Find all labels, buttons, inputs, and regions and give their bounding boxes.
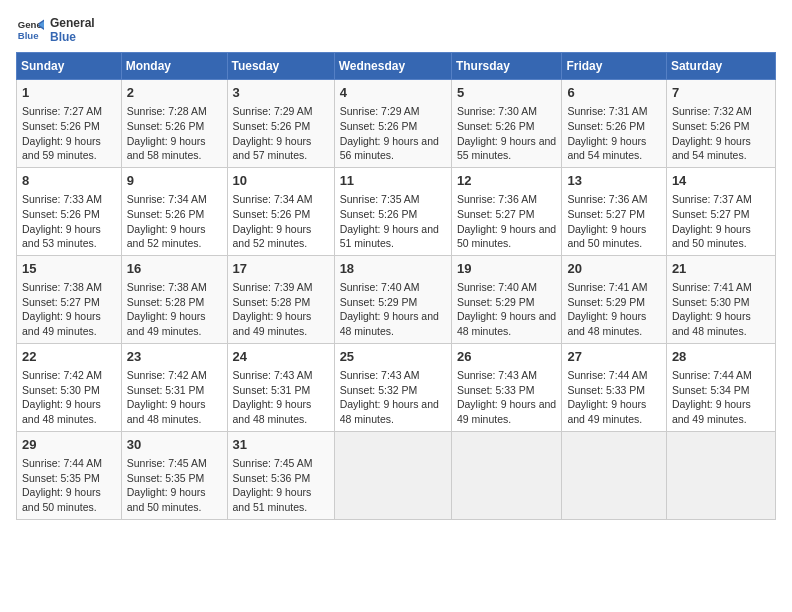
sunrise-text: Sunrise: 7:29 AM — [340, 105, 420, 117]
daylight-text: Daylight: 9 hours and 50 minutes. — [672, 223, 751, 250]
calendar-cell: 8Sunrise: 7:33 AMSunset: 5:26 PMDaylight… — [17, 167, 122, 255]
calendar-body: 1Sunrise: 7:27 AMSunset: 5:26 PMDaylight… — [17, 80, 776, 520]
sunrise-text: Sunrise: 7:27 AM — [22, 105, 102, 117]
day-number: 23 — [127, 348, 222, 366]
sunset-text: Sunset: 5:29 PM — [340, 296, 418, 308]
sunrise-text: Sunrise: 7:38 AM — [22, 281, 102, 293]
calendar-cell: 13Sunrise: 7:36 AMSunset: 5:27 PMDayligh… — [562, 167, 666, 255]
calendar-cell: 17Sunrise: 7:39 AMSunset: 5:28 PMDayligh… — [227, 255, 334, 343]
sunset-text: Sunset: 5:33 PM — [457, 384, 535, 396]
sunset-text: Sunset: 5:26 PM — [340, 208, 418, 220]
daylight-text: Daylight: 9 hours and 58 minutes. — [127, 135, 206, 162]
sunset-text: Sunset: 5:32 PM — [340, 384, 418, 396]
sunrise-text: Sunrise: 7:37 AM — [672, 193, 752, 205]
calendar-cell: 18Sunrise: 7:40 AMSunset: 5:29 PMDayligh… — [334, 255, 451, 343]
sunrise-text: Sunrise: 7:29 AM — [233, 105, 313, 117]
calendar-cell — [562, 431, 666, 519]
day-number: 5 — [457, 84, 557, 102]
day-number: 27 — [567, 348, 660, 366]
calendar-cell: 21Sunrise: 7:41 AMSunset: 5:30 PMDayligh… — [666, 255, 775, 343]
calendar-row: 29Sunrise: 7:44 AMSunset: 5:35 PMDayligh… — [17, 431, 776, 519]
day-number: 21 — [672, 260, 770, 278]
sunrise-text: Sunrise: 7:28 AM — [127, 105, 207, 117]
sunset-text: Sunset: 5:28 PM — [233, 296, 311, 308]
daylight-text: Daylight: 9 hours and 50 minutes. — [567, 223, 646, 250]
calendar-cell: 22Sunrise: 7:42 AMSunset: 5:30 PMDayligh… — [17, 343, 122, 431]
calendar-table: SundayMondayTuesdayWednesdayThursdayFrid… — [16, 52, 776, 520]
sunrise-text: Sunrise: 7:43 AM — [340, 369, 420, 381]
daylight-text: Daylight: 9 hours and 48 minutes. — [340, 398, 439, 425]
header-row: SundayMondayTuesdayWednesdayThursdayFrid… — [17, 53, 776, 80]
calendar-cell: 23Sunrise: 7:42 AMSunset: 5:31 PMDayligh… — [121, 343, 227, 431]
calendar-cell: 4Sunrise: 7:29 AMSunset: 5:26 PMDaylight… — [334, 80, 451, 168]
sunset-text: Sunset: 5:26 PM — [672, 120, 750, 132]
daylight-text: Daylight: 9 hours and 48 minutes. — [672, 310, 751, 337]
daylight-text: Daylight: 9 hours and 54 minutes. — [672, 135, 751, 162]
daylight-text: Daylight: 9 hours and 50 minutes. — [127, 486, 206, 513]
day-number: 4 — [340, 84, 446, 102]
calendar-cell: 20Sunrise: 7:41 AMSunset: 5:29 PMDayligh… — [562, 255, 666, 343]
sunrise-text: Sunrise: 7:44 AM — [672, 369, 752, 381]
sunset-text: Sunset: 5:27 PM — [457, 208, 535, 220]
sunrise-text: Sunrise: 7:43 AM — [457, 369, 537, 381]
daylight-text: Daylight: 9 hours and 49 minutes. — [22, 310, 101, 337]
day-number: 9 — [127, 172, 222, 190]
header-cell-monday: Monday — [121, 53, 227, 80]
sunrise-text: Sunrise: 7:31 AM — [567, 105, 647, 117]
calendar-cell — [334, 431, 451, 519]
sunrise-text: Sunrise: 7:44 AM — [567, 369, 647, 381]
sunset-text: Sunset: 5:31 PM — [233, 384, 311, 396]
daylight-text: Daylight: 9 hours and 50 minutes. — [22, 486, 101, 513]
calendar-header: SundayMondayTuesdayWednesdayThursdayFrid… — [17, 53, 776, 80]
sunset-text: Sunset: 5:28 PM — [127, 296, 205, 308]
daylight-text: Daylight: 9 hours and 54 minutes. — [567, 135, 646, 162]
calendar-cell: 29Sunrise: 7:44 AMSunset: 5:35 PMDayligh… — [17, 431, 122, 519]
day-number: 22 — [22, 348, 116, 366]
sunset-text: Sunset: 5:30 PM — [22, 384, 100, 396]
sunset-text: Sunset: 5:26 PM — [340, 120, 418, 132]
calendar-cell: 14Sunrise: 7:37 AMSunset: 5:27 PMDayligh… — [666, 167, 775, 255]
daylight-text: Daylight: 9 hours and 48 minutes. — [457, 310, 556, 337]
daylight-text: Daylight: 9 hours and 49 minutes. — [127, 310, 206, 337]
calendar-row: 15Sunrise: 7:38 AMSunset: 5:27 PMDayligh… — [17, 255, 776, 343]
day-number: 28 — [672, 348, 770, 366]
sunset-text: Sunset: 5:27 PM — [672, 208, 750, 220]
sunset-text: Sunset: 5:26 PM — [457, 120, 535, 132]
calendar-row: 22Sunrise: 7:42 AMSunset: 5:30 PMDayligh… — [17, 343, 776, 431]
calendar-cell: 3Sunrise: 7:29 AMSunset: 5:26 PMDaylight… — [227, 80, 334, 168]
daylight-text: Daylight: 9 hours and 48 minutes. — [567, 310, 646, 337]
day-number: 8 — [22, 172, 116, 190]
sunrise-text: Sunrise: 7:44 AM — [22, 457, 102, 469]
svg-text:Blue: Blue — [18, 30, 39, 41]
sunset-text: Sunset: 5:26 PM — [233, 120, 311, 132]
header-cell-tuesday: Tuesday — [227, 53, 334, 80]
calendar-cell — [451, 431, 562, 519]
sunrise-text: Sunrise: 7:36 AM — [457, 193, 537, 205]
day-number: 11 — [340, 172, 446, 190]
header-cell-wednesday: Wednesday — [334, 53, 451, 80]
sunrise-text: Sunrise: 7:43 AM — [233, 369, 313, 381]
calendar-cell: 19Sunrise: 7:40 AMSunset: 5:29 PMDayligh… — [451, 255, 562, 343]
daylight-text: Daylight: 9 hours and 51 minutes. — [340, 223, 439, 250]
sunrise-text: Sunrise: 7:41 AM — [672, 281, 752, 293]
calendar-cell: 12Sunrise: 7:36 AMSunset: 5:27 PMDayligh… — [451, 167, 562, 255]
header-cell-sunday: Sunday — [17, 53, 122, 80]
daylight-text: Daylight: 9 hours and 48 minutes. — [340, 310, 439, 337]
sunset-text: Sunset: 5:27 PM — [22, 296, 100, 308]
day-number: 3 — [233, 84, 329, 102]
daylight-text: Daylight: 9 hours and 49 minutes. — [567, 398, 646, 425]
sunset-text: Sunset: 5:26 PM — [127, 208, 205, 220]
sunrise-text: Sunrise: 7:45 AM — [127, 457, 207, 469]
day-number: 24 — [233, 348, 329, 366]
daylight-text: Daylight: 9 hours and 56 minutes. — [340, 135, 439, 162]
sunrise-text: Sunrise: 7:32 AM — [672, 105, 752, 117]
sunrise-text: Sunrise: 7:45 AM — [233, 457, 313, 469]
day-number: 2 — [127, 84, 222, 102]
sunset-text: Sunset: 5:30 PM — [672, 296, 750, 308]
sunrise-text: Sunrise: 7:41 AM — [567, 281, 647, 293]
day-number: 6 — [567, 84, 660, 102]
sunset-text: Sunset: 5:34 PM — [672, 384, 750, 396]
sunrise-text: Sunrise: 7:35 AM — [340, 193, 420, 205]
calendar-cell: 2Sunrise: 7:28 AMSunset: 5:26 PMDaylight… — [121, 80, 227, 168]
sunset-text: Sunset: 5:26 PM — [127, 120, 205, 132]
